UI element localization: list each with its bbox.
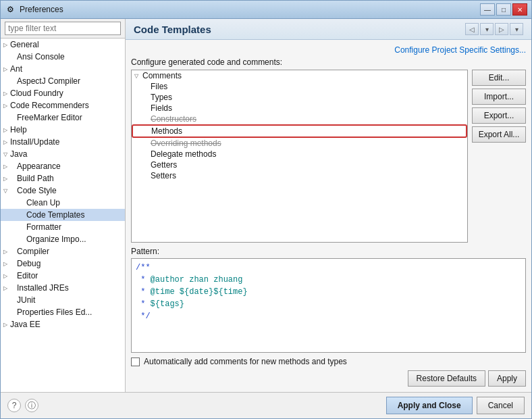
expand-arrow: ▽ [134,73,142,79]
sidebar-item-label: Ansi Console [17,52,65,61]
sidebar-item-junit[interactable]: JUnit [1,294,125,306]
sidebar-item-code-template[interactable]: Code Templates [1,209,125,221]
apply-close-button[interactable]: Apply and Close [386,397,473,414]
sidebar-item-java[interactable]: ▽ Java [1,148,125,160]
template-tree-item-setters[interactable]: Setters [132,170,467,181]
forward-button[interactable]: ▷ [495,23,508,35]
template-item-label: Getters [151,160,177,170]
sidebar-item-editor[interactable]: ▷ Editor [1,270,125,282]
expand-arrow: ▷ [3,322,10,328]
expand-arrow: ▷ [3,273,10,279]
sidebar-item-label: Code Templates [26,210,85,220]
expand-arrow: ▷ [3,261,10,267]
expand-arrow [3,310,10,316]
expand-arrow [3,237,10,243]
pattern-code: /** * @author zhan zhuang * @time ${date… [132,259,525,325]
auto-add-row: Automatically add comments for new metho… [131,357,526,366]
sidebar-item-ant[interactable]: ▷ Ant [1,63,125,75]
sidebar-item-debug[interactable]: ▷ Debug [1,257,125,270]
sidebar-item-appearance[interactable]: ▷ Appearance [1,160,125,172]
sidebar-item-ansi-console[interactable]: Ansi Console [1,51,125,63]
pattern-editor[interactable]: /** * @author zhan zhuang * @time ${date… [131,258,526,353]
sidebar-item-clean-up[interactable]: Clean Up [1,197,125,209]
sidebar-item-java-ee[interactable]: ▷ Java EE [1,318,125,330]
sidebar-item-aspectj[interactable]: AspectJ Compiler [1,75,125,87]
sidebar-item-label: Organize Impo... [26,235,86,244]
sidebar-item-label: Appearance [17,162,61,171]
back-dropdown-button[interactable]: ▾ [480,23,494,35]
sidebar-item-help[interactable]: ▷ Help [1,124,125,136]
expand-arrow [134,116,142,122]
info-icon[interactable]: ⓘ [25,399,38,412]
sidebar-item-label: Java [10,149,27,159]
sidebar-item-properties-files[interactable]: Properties Files Ed... [1,306,125,318]
template-tree-item-types[interactable]: Types [132,92,467,103]
auto-add-checkbox[interactable] [131,358,140,366]
sidebar-item-label: General [10,40,39,49]
close-button[interactable]: ✕ [512,3,527,16]
filter-input[interactable] [5,22,121,35]
sidebar-item-installed-jres[interactable]: ▷ Installed JREs [1,282,125,294]
sidebar-item-label: Build Path [17,174,54,183]
sidebar-item-code-style[interactable]: ▽ Code Style [1,184,125,197]
sidebar-item-formatter[interactable]: Formatter [1,221,125,233]
window-icon: ⚙ [5,4,16,15]
sidebar-item-label: Install/Update [10,137,59,147]
sidebar-item-code-recommenders[interactable]: ▷ Code Recommenders [1,99,125,112]
sidebar-item-organize-imports[interactable]: Organize Impo... [1,233,125,245]
import-button[interactable]: Import... [472,89,526,105]
sidebar-item-label: Help [10,125,27,134]
sidebar-item-label: Debug [17,259,41,268]
sidebar-item-build-path[interactable]: ▷ Build Path [1,172,125,184]
template-item-label: Comments [142,71,182,80]
sidebar-item-compiler[interactable]: ▷ Compiler [1,245,125,257]
sidebar-item-label: Compiler [17,247,49,256]
expand-arrow: ▷ [3,91,10,97]
cancel-button[interactable]: Cancel [477,397,525,414]
expand-arrow: ▽ [3,188,10,194]
expand-arrow [134,141,142,147]
sidebar-item-cloud-foundry[interactable]: ▷ Cloud Foundry [1,87,125,99]
footer-right: Apply and Close Cancel [386,397,525,414]
sidebar-item-label: Clean Up [26,198,60,207]
title-bar: ⚙ Preferences — □ ✕ [1,1,531,19]
sidebar-item-freemarker[interactable]: FreeMarker Editor [1,112,125,124]
template-tree-item-constructors[interactable]: Constructors [132,114,467,124]
template-tree-item-comments[interactable]: ▽ Comments [132,70,467,81]
project-settings-link[interactable]: Configure Project Specific Settings... [394,45,526,55]
template-tree-item-files[interactable]: Files [132,81,467,92]
expand-arrow [134,105,142,112]
sidebar-item-label: Code Style [17,186,57,195]
template-tree-item-delegate-methods[interactable]: Delegate methods [132,149,467,159]
template-item-label: Methods [151,126,182,136]
help-icon[interactable]: ? [7,399,21,412]
right-panel: Code Templates ◁ ▾ ▷ ▾ Configure Project… [126,19,531,392]
minimize-button[interactable]: — [480,3,495,16]
sidebar-item-label: Java EE [10,320,41,329]
pattern-label: Pattern: [131,247,526,256]
apply-button[interactable]: Apply [488,370,526,387]
edit-button[interactable]: Edit... [472,70,526,86]
template-item-label: Constructors [151,114,196,124]
sidebar-item-install-update[interactable]: ▷ Install/Update [1,136,125,148]
restore-defaults-button[interactable]: Restore Defaults [408,370,485,387]
template-tree-item-getters[interactable]: Getters [132,159,467,170]
forward-dropdown-button[interactable]: ▾ [510,23,523,35]
template-item-label: Fields [151,103,172,113]
export-button[interactable]: Export... [472,107,526,124]
maximize-button[interactable]: □ [496,3,511,16]
template-tree-item-methods[interactable]: Methods [132,124,467,138]
export-all-button[interactable]: Export All... [472,126,526,143]
back-button[interactable]: ◁ [465,23,479,35]
sidebar-item-general[interactable]: ▷ General [1,39,125,51]
template-tree-item-fields[interactable]: Fields [132,103,467,114]
footer-left: ? ⓘ [7,399,38,412]
expand-arrow [3,115,10,121]
expand-arrow [134,84,142,90]
expand-arrow [3,297,10,303]
template-tree-item-overriding-methods[interactable]: Overriding methods [132,138,467,149]
sidebar-item-label: AspectJ Compiler [17,76,80,86]
expand-arrow [135,128,143,134]
preferences-window: ⚙ Preferences — □ ✕ ▷ General [0,0,532,419]
filter-bar [1,19,125,39]
